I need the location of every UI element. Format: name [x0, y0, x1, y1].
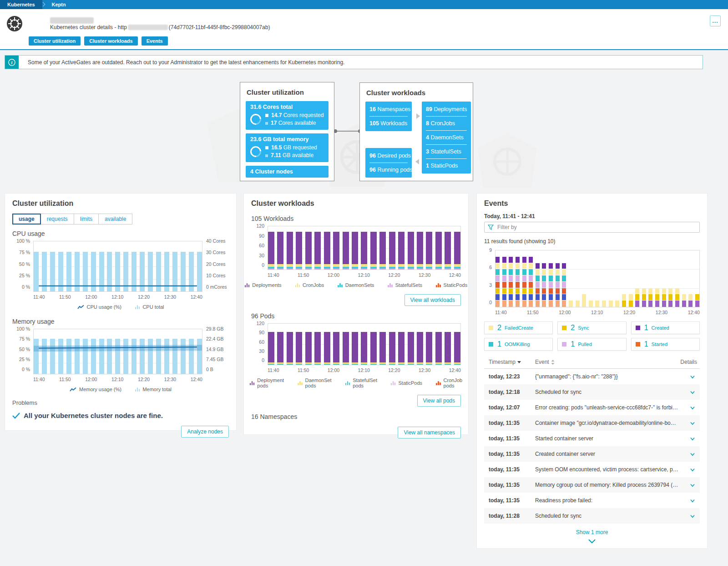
- kind-daemonsets[interactable]: 4 DaemonSets: [426, 131, 467, 144]
- chart-bar[interactable]: [370, 226, 377, 270]
- chart-bar[interactable]: [296, 226, 302, 270]
- legend-item[interactable]: StaticPods: [436, 282, 467, 288]
- event-chip-started[interactable]: 1Started: [631, 338, 700, 351]
- kind-deployments[interactable]: 89 Deployments: [426, 102, 467, 116]
- expand-chevron-button[interactable]: [484, 537, 700, 546]
- chart-bar[interactable]: [426, 324, 432, 365]
- chart-bar[interactable]: [536, 250, 540, 307]
- show-more-link[interactable]: Show 1 more: [484, 529, 700, 535]
- chart-bar[interactable]: [542, 250, 546, 307]
- chart-bar[interactable]: [576, 250, 580, 307]
- chart-bar[interactable]: [688, 250, 693, 307]
- legend-item[interactable]: CPU usage (%): [77, 304, 121, 310]
- chart-bar[interactable]: [648, 250, 652, 307]
- chart-bar[interactable]: [324, 226, 330, 270]
- chart-bar[interactable]: [408, 324, 414, 365]
- chart-bar[interactable]: [398, 324, 404, 365]
- legend-item[interactable]: Deployments: [245, 282, 282, 288]
- filter-input[interactable]: [484, 222, 700, 233]
- chart-bar[interactable]: [509, 250, 513, 307]
- chart-bar[interactable]: [370, 324, 377, 365]
- event-chip-failedcreate[interactable]: 2FailedCreate: [484, 321, 553, 334]
- chart-bar[interactable]: [426, 226, 432, 270]
- chart-bar[interactable]: [417, 226, 423, 270]
- analyze-nodes-button[interactable]: Analyze nodes: [181, 426, 229, 438]
- chart-bar[interactable]: [268, 324, 274, 365]
- legend-item[interactable]: CronJobs: [295, 282, 324, 288]
- chart-bar[interactable]: [305, 324, 312, 365]
- chart-bar[interactable]: [305, 226, 312, 270]
- chart-bar[interactable]: [582, 250, 586, 307]
- chart-bar[interactable]: [389, 324, 395, 365]
- chart-bar[interactable]: [502, 250, 506, 307]
- event-table-row[interactable]: today, 11:35Memory cgroup out of memory:…: [484, 477, 700, 493]
- breadcrumb-keptn[interactable]: Keptn: [50, 0, 68, 9]
- chart-bar[interactable]: [529, 250, 533, 307]
- event-chip-oomkilling[interactable]: 1OOMKilling: [484, 338, 553, 351]
- view-all-workloads-button[interactable]: View all workloads: [404, 294, 461, 306]
- cluster-nodes-tile[interactable]: 4 Cluster nodes: [246, 166, 329, 178]
- chart-bar[interactable]: [642, 250, 646, 307]
- chart-bar[interactable]: [408, 226, 414, 270]
- event-table-row[interactable]: today, 12:07Error creating: pods "unleas…: [484, 400, 700, 415]
- timestamp-column-header[interactable]: Timestamp: [484, 359, 535, 365]
- chart-bar[interactable]: [333, 324, 339, 365]
- view-all-namespaces-button[interactable]: View all namespaces: [398, 427, 461, 439]
- legend-item[interactable]: Deployment pods: [250, 377, 284, 388]
- chart-bar[interactable]: [435, 226, 442, 270]
- namespaces-workloads-tile[interactable]: 16 Namespaces 105 Workloads: [365, 102, 412, 131]
- chart-bar[interactable]: [569, 250, 573, 307]
- chart-bar[interactable]: [522, 250, 526, 307]
- kind-statefulsets[interactable]: 3 StatefulSets: [426, 145, 467, 158]
- chart-bar[interactable]: [361, 324, 367, 365]
- chart-bar[interactable]: [615, 250, 619, 307]
- chart-bar[interactable]: [454, 324, 460, 365]
- legend-item[interactable]: Memory usage (%): [70, 387, 121, 392]
- chart-bar[interactable]: [352, 226, 358, 270]
- chart-bar[interactable]: [454, 226, 460, 270]
- chart-bar[interactable]: [609, 250, 613, 307]
- chart-bar[interactable]: [602, 250, 606, 307]
- chart-bar[interactable]: [398, 226, 404, 270]
- legend-item[interactable]: DaemonSet pods: [298, 377, 332, 388]
- chart-bar[interactable]: [635, 250, 639, 307]
- event-table-row[interactable]: today, 11:35System OOM encountered, vict…: [484, 462, 700, 477]
- chart-bar[interactable]: [379, 324, 386, 365]
- chart-bar[interactable]: [314, 226, 321, 270]
- event-table-row[interactable]: today, 12:23{"unmanaged": {"fs.aio-nr": …: [484, 369, 700, 384]
- chart-bar[interactable]: [629, 250, 633, 307]
- chart-bar[interactable]: [675, 250, 679, 307]
- chart-bar[interactable]: [287, 324, 293, 365]
- chart-bar[interactable]: [333, 226, 339, 270]
- chart-bar[interactable]: [343, 226, 349, 270]
- legend-item[interactable]: StatefulSets: [388, 282, 422, 288]
- event-chip-pulled[interactable]: 1Pulled: [557, 338, 626, 351]
- view-all-pods-button[interactable]: View all pods: [417, 395, 461, 407]
- event-chip-created[interactable]: 1Created: [631, 321, 700, 334]
- chart-bar[interactable]: [352, 324, 358, 365]
- event-table-row[interactable]: today, 12:18Scheduled for sync: [484, 384, 700, 400]
- chart-bar[interactable]: [389, 226, 395, 270]
- tab-requests[interactable]: requests: [41, 214, 74, 224]
- chart-bar[interactable]: [324, 324, 330, 365]
- breadcrumb-kubernetes[interactable]: Kubernetes: [0, 0, 42, 9]
- chart-bar[interactable]: [682, 250, 686, 307]
- event-chip-sync[interactable]: 2Sync: [557, 321, 626, 334]
- event-table-row[interactable]: today, 11:28Scheduled for sync: [484, 508, 700, 524]
- chart-bar[interactable]: [495, 250, 500, 307]
- chart-bar[interactable]: [556, 250, 560, 307]
- chart-bar[interactable]: [435, 324, 442, 365]
- chart-bar[interactable]: [379, 226, 386, 270]
- tab-usage[interactable]: usage: [12, 214, 41, 224]
- event-table-row[interactable]: today, 11:35Started container server: [484, 431, 700, 446]
- chart-bar[interactable]: [695, 250, 699, 307]
- memory-tile[interactable]: 23.6 GB total memory 16.5 GB requested 7…: [246, 133, 329, 162]
- chart-bar[interactable]: [662, 250, 666, 307]
- event-table-row[interactable]: today, 11:35Created container server: [484, 446, 700, 462]
- event-column-header[interactable]: Event: [535, 359, 677, 365]
- chart-bar[interactable]: [277, 324, 283, 365]
- event-table-row[interactable]: today, 11:35Container image "gcr.io/dyna…: [484, 415, 700, 431]
- chart-bar[interactable]: [445, 226, 451, 270]
- legend-item[interactable]: CPU total: [135, 304, 164, 310]
- events-button[interactable]: Events: [142, 36, 168, 46]
